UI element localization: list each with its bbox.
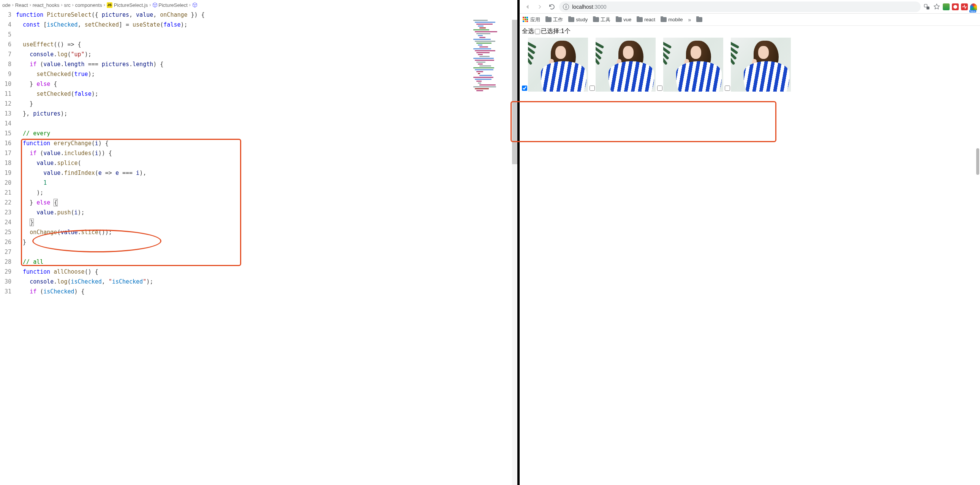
bookmark-folder[interactable]: vue — [616, 17, 631, 22]
apps-grid-icon — [523, 17, 529, 23]
svg-point-2 — [953, 5, 957, 9]
picture-item — [657, 38, 723, 92]
folder-icon — [546, 17, 552, 22]
browser-toolbar: i localhost:3000 — [520, 0, 980, 14]
breadcrumb[interactable]: ode › React › react_hooks › src › compon… — [0, 0, 517, 10]
scrollbar-thumb[interactable] — [976, 148, 979, 175]
chevron-right-icon: › — [30, 2, 31, 8]
select-all-checkbox[interactable] — [535, 29, 540, 34]
picture-image[interactable] — [731, 38, 791, 92]
scrollbar-thumb[interactable] — [512, 20, 517, 164]
apps-label: 应用 — [530, 16, 540, 23]
code-editor[interactable]: 3456789101112131415161718192021222324252… — [0, 10, 517, 485]
symbol-icon — [152, 2, 158, 8]
extension-icon[interactable] — [970, 3, 977, 10]
picture-image[interactable] — [528, 38, 588, 92]
select-all-label: 全选 — [522, 27, 534, 35]
picture-item — [522, 38, 588, 92]
scrollbar-vertical[interactable] — [976, 42, 979, 175]
picture-image[interactable] — [596, 38, 655, 92]
picture-checkbox[interactable] — [657, 86, 662, 91]
bookmark-folder-label: vue — [623, 17, 631, 22]
bookmark-folder-label: study — [576, 17, 588, 22]
symbol-icon — [192, 2, 197, 8]
picture-checkbox[interactable] — [522, 86, 527, 91]
extension-icon[interactable] — [961, 3, 968, 10]
svg-rect-1 — [926, 6, 929, 10]
selection-header: 全选 已选择:1个 — [522, 27, 978, 35]
breadcrumb-item-file[interactable]: JSPictureSelect.js — [107, 2, 148, 8]
folder-icon — [593, 17, 599, 22]
bookmarks-overflow[interactable]: » — [688, 17, 691, 23]
bookmark-folder[interactable]: react — [636, 17, 655, 22]
folder-icon — [636, 17, 643, 22]
breadcrumb-item[interactable]: components — [75, 2, 102, 8]
folder-icon — [660, 17, 667, 22]
site-info-icon[interactable]: i — [563, 4, 569, 10]
chevron-right-icon: › — [104, 2, 105, 8]
line-number-gutter: 3456789101112131415161718192021222324252… — [0, 10, 15, 485]
page-content: 全选 已选择:1个 — [520, 26, 980, 485]
bookmark-folder[interactable]: 工作 — [546, 16, 563, 23]
breadcrumb-item-symbol[interactable]: PictureSelect — [152, 2, 188, 8]
breadcrumb-item[interactable]: ode — [2, 2, 11, 8]
back-button[interactable] — [523, 2, 533, 12]
breadcrumb-item[interactable]: React — [15, 2, 28, 8]
bookmark-folder-label: 工具 — [601, 16, 611, 23]
folder-icon — [616, 17, 622, 22]
annotation-box — [511, 101, 776, 142]
scrollbar-vertical[interactable] — [512, 20, 517, 485]
url-host: localhost — [572, 4, 593, 10]
editor-pane: ode › React › react_hooks › src › compon… — [0, 0, 517, 485]
bookmark-folder-label: react — [644, 17, 655, 22]
picture-image[interactable] — [663, 38, 723, 92]
picture-row — [522, 38, 978, 92]
breadcrumb-item[interactable]: react_hooks — [33, 2, 60, 8]
extension-icon[interactable] — [952, 3, 959, 10]
code-content[interactable]: function PictureSelect({ pictures, value… — [15, 10, 517, 485]
forward-button[interactable] — [535, 2, 545, 12]
chevron-right-icon: › — [189, 2, 191, 8]
picture-item — [590, 38, 655, 92]
breadcrumb-item[interactable]: src — [64, 2, 71, 8]
bookmark-folder[interactable]: mobile — [660, 17, 682, 22]
picture-checkbox[interactable] — [725, 86, 730, 91]
url-bar[interactable]: i localhost:3000 — [559, 2, 921, 12]
browser-pane: i localhost:3000 应用 工作study工具vuereactmob… — [520, 0, 980, 485]
other-bookmarks-folder[interactable] — [696, 17, 702, 22]
picture-checkbox[interactable] — [590, 86, 595, 91]
svg-rect-0 — [924, 4, 927, 7]
selected-count-label: 已选择:1个 — [541, 27, 570, 35]
chevron-right-icon: › — [61, 2, 63, 8]
url-port: :3000 — [593, 4, 607, 10]
bookmark-folder-label: mobile — [668, 17, 682, 22]
folder-icon — [696, 17, 702, 22]
bookmarks-bar: 应用 工作study工具vuereactmobile » — [520, 14, 980, 26]
translate-icon[interactable] — [923, 3, 931, 11]
bookmark-folder[interactable]: study — [568, 17, 588, 22]
bookmark-folder-label: 工作 — [553, 16, 563, 23]
folder-icon — [568, 17, 574, 22]
bookmark-folder[interactable]: 工具 — [593, 16, 611, 23]
js-file-icon: JS — [107, 2, 113, 8]
extension-icon[interactable] — [943, 3, 950, 10]
chevron-right-icon: › — [12, 2, 14, 8]
chevron-right-icon: › — [72, 2, 74, 8]
apps-button[interactable]: 应用 — [523, 16, 540, 23]
picture-item — [725, 38, 791, 92]
chevron-right-icon: › — [149, 2, 151, 8]
bookmark-star-icon[interactable] — [933, 3, 940, 11]
reload-button[interactable] — [547, 2, 557, 12]
